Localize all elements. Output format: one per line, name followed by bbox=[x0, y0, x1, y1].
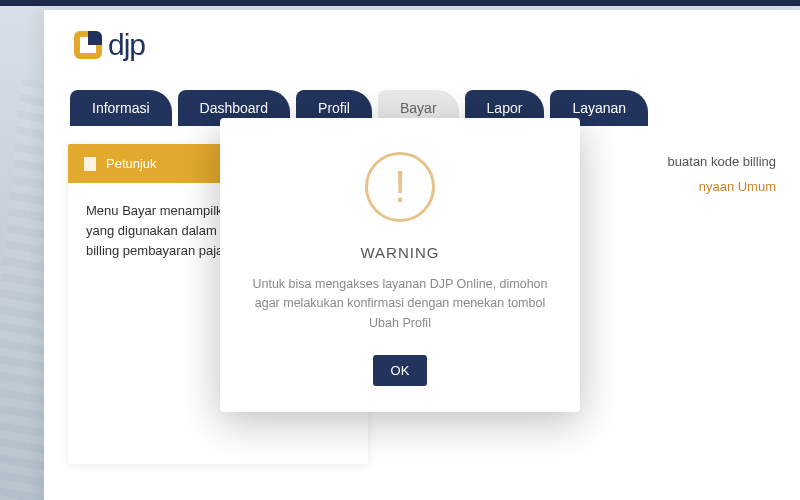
faq-link[interactable]: nyaan Umum bbox=[699, 179, 776, 194]
warning-icon: ! bbox=[365, 152, 435, 222]
modal-message: Untuk bisa mengakses layanan DJP Online,… bbox=[250, 275, 550, 333]
logo-mark-icon bbox=[74, 31, 102, 59]
petunjuk-title: Petunjuk bbox=[106, 156, 157, 171]
document-icon bbox=[84, 157, 96, 171]
modal-title: WARNING bbox=[250, 244, 550, 261]
brand-name: djp bbox=[108, 28, 145, 62]
tab-informasi[interactable]: Informasi bbox=[70, 90, 172, 126]
brand-logo: djp bbox=[68, 28, 776, 62]
ok-button[interactable]: OK bbox=[373, 355, 428, 386]
warning-modal: ! WARNING Untuk bisa mengakses layanan D… bbox=[220, 118, 580, 412]
window-top-bar bbox=[0, 0, 800, 6]
